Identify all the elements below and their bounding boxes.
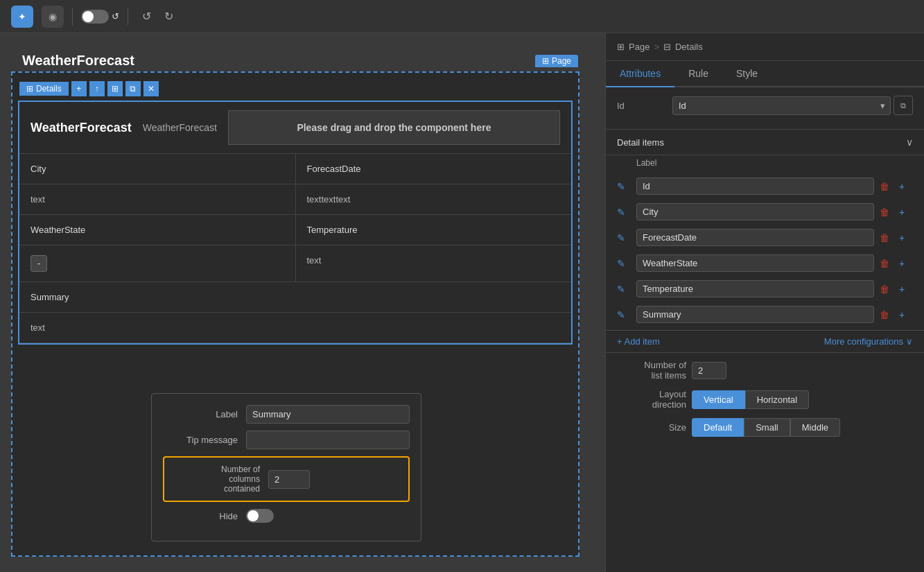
item-input-id[interactable]: [636, 177, 874, 195]
main-layout: WeatherForecast ⊞ Page ⊞ Details + ↑ ⊞ ⧉: [0, 33, 924, 572]
attr-section: Id Id ⧉: [606, 87, 924, 129]
id-label: Id: [617, 101, 672, 111]
item-input-summary[interactable]: [636, 306, 874, 323]
add-item-row: + Add item More configurations ∨: [606, 330, 924, 352]
size-label: Size: [617, 422, 686, 433]
detail-toolbar: ⊞ Details + ↑ ⊞ ⧉ ✕: [19, 81, 159, 96]
popup-columns-section: Number ofcolumnscontained: [163, 456, 410, 502]
add-item-button[interactable]: + Add item: [617, 336, 660, 347]
config-section: Number oflist items Layoutdirection Vert…: [606, 352, 924, 452]
minus-button[interactable]: -: [30, 255, 47, 272]
logo-button[interactable]: ✦: [11, 6, 33, 28]
item-input-temperature[interactable]: [636, 280, 874, 297]
temperature-value: text: [296, 245, 572, 281]
delete-icon-temperature[interactable]: 🗑: [880, 284, 894, 295]
add-icon-summary[interactable]: +: [899, 309, 913, 320]
edit-icon-id[interactable]: ✎: [617, 181, 631, 192]
size-middle-button[interactable]: Middle: [790, 418, 840, 437]
toolbar: ✦ ◉ ↺ ↺ ↻: [0, 0, 924, 33]
popup: Label Tip message Number ofcolumnscontai…: [151, 393, 421, 541]
canvas-area: WeatherForecast ⊞ Page ⊞ Details + ↑ ⊞ ⧉: [0, 33, 605, 572]
list-items-label: Number oflist items: [617, 360, 686, 381]
add-icon-forecastdate[interactable]: +: [899, 232, 913, 243]
item-input-city[interactable]: [636, 203, 874, 220]
eye-button[interactable]: ◉: [42, 6, 64, 28]
right-panel: ⊞ Page > ⊟ Details Attributes Rule Style…: [605, 33, 924, 572]
detail-items-header: Detail items ∨: [606, 129, 924, 155]
tab-style[interactable]: Style: [722, 61, 772, 87]
page-label: ⊞ Page: [535, 55, 578, 67]
list-item: ✎ 🗑 +: [606, 199, 924, 225]
edit-icon-weatherstate[interactable]: ✎: [617, 258, 631, 269]
id-row: Id Id ⧉: [617, 96, 913, 115]
detail-component: ⊞ Details + ↑ ⊞ ⧉ ✕ WeatherForecast Weat…: [18, 101, 573, 345]
toggle-switch[interactable]: ↺: [81, 10, 119, 24]
toggle-pill[interactable]: [81, 10, 109, 24]
layout-direction-group: Vertical Horizontal: [692, 390, 809, 409]
id-copy-button[interactable]: ⧉: [894, 96, 913, 115]
list-items-input[interactable]: [692, 362, 726, 379]
add-icon-id[interactable]: +: [899, 181, 913, 192]
layout-vertical-button[interactable]: Vertical: [692, 390, 745, 409]
delete-icon-weatherstate[interactable]: 🗑: [880, 258, 894, 269]
popup-tip-input[interactable]: [246, 431, 410, 449]
item-input-forecastdate[interactable]: [636, 229, 874, 246]
popup-columns-input[interactable]: [268, 470, 310, 489]
add-icon-weatherstate[interactable]: +: [899, 258, 913, 269]
edit-icon-city[interactable]: ✎: [617, 207, 631, 218]
list-item: ✎ 🗑 +: [606, 173, 924, 199]
copy-action-button[interactable]: ⧉: [125, 81, 141, 96]
add-icon-temperature[interactable]: +: [899, 284, 913, 295]
detail-grid: City ForecastDate text texttexttext Weat…: [19, 154, 571, 343]
list-item: ✎ 🗑 +: [606, 276, 924, 302]
summary-label: Summary: [19, 282, 571, 312]
breadcrumb-page-icon: ⊞: [617, 42, 625, 52]
grid-row: City ForecastDate: [19, 154, 571, 184]
edit-icon-summary[interactable]: ✎: [617, 309, 631, 320]
add-icon-city[interactable]: +: [899, 207, 913, 218]
grid-row-2: text texttexttext: [19, 184, 571, 215]
eye-icon: ◉: [49, 11, 57, 22]
items-label-header: Label: [606, 155, 924, 171]
tab-attributes[interactable]: Attributes: [606, 61, 674, 87]
forecastdate-value: texttexttext: [296, 184, 572, 214]
id-select[interactable]: Id: [672, 96, 891, 115]
panel-tabs: Attributes Rule Style: [606, 61, 924, 87]
popup-tip-row: Tip message: [163, 431, 410, 449]
more-config-button[interactable]: More configurations ∨: [824, 336, 913, 347]
delete-icon-forecastdate[interactable]: 🗑: [880, 232, 894, 243]
breadcrumb-page: Page: [629, 42, 650, 52]
edit-icon-forecastdate[interactable]: ✎: [617, 232, 631, 243]
layout-direction-row: Layoutdirection Vertical Horizontal: [617, 389, 913, 410]
grid-row-3: WeatherState Temperature: [19, 215, 571, 245]
popup-tip-label: Tip message: [163, 435, 246, 445]
delete-icon-id[interactable]: 🗑: [880, 181, 894, 192]
delete-icon-city[interactable]: 🗑: [880, 207, 894, 218]
id-select-wrapper: Id: [672, 96, 891, 115]
edit-icon-temperature[interactable]: ✎: [617, 284, 631, 295]
up-action-button[interactable]: ↑: [89, 81, 105, 96]
grid-action-button[interactable]: ⊞: [107, 81, 123, 96]
tab-rule[interactable]: Rule: [674, 61, 722, 87]
popup-hide-row: Hide: [163, 509, 410, 523]
city-value: text: [19, 184, 296, 214]
detail-items-title: Detail items: [617, 137, 664, 148]
delete-action-button[interactable]: ✕: [143, 81, 159, 96]
popup-label-input[interactable]: [246, 405, 410, 424]
delete-icon-summary[interactable]: 🗑: [880, 309, 894, 320]
items-list: ✎ 🗑 + ✎ 🗑 + ✎ 🗑 + ✎ 🗑 +: [606, 171, 924, 330]
breadcrumb-details: Details: [675, 42, 703, 52]
drop-zone[interactable]: Please drag and drop the component here: [228, 110, 560, 145]
undo-button[interactable]: ↺: [137, 7, 156, 26]
layout-direction-label: Layoutdirection: [617, 389, 686, 410]
item-input-weatherstate[interactable]: [636, 254, 874, 272]
detail-items-expand-button[interactable]: ∨: [906, 137, 913, 148]
city-label: City: [19, 154, 296, 184]
weatherstate-value: -: [19, 245, 296, 281]
layout-horizontal-button[interactable]: Horizontal: [745, 390, 810, 409]
hide-toggle[interactable]: [246, 509, 274, 523]
size-default-button[interactable]: Default: [692, 418, 744, 437]
size-small-button[interactable]: Small: [744, 418, 790, 437]
add-action-button[interactable]: +: [71, 81, 87, 96]
redo-button[interactable]: ↻: [159, 7, 178, 26]
